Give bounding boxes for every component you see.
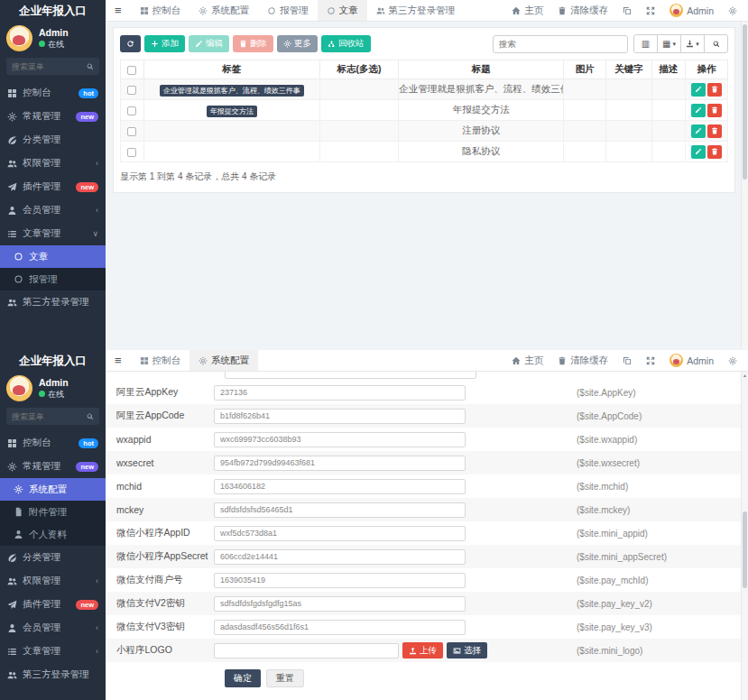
sidebar-search-input[interactable]	[12, 62, 86, 71]
form-row: 微信小程序AppSecret($site.mini_appSecret)	[106, 545, 748, 568]
sidebar-item[interactable]: 会员管理‹	[0, 616, 106, 640]
field-input[interactable]	[214, 502, 466, 518]
user-menu[interactable]: Admin	[662, 350, 721, 371]
cogs-button[interactable]	[721, 350, 744, 371]
delete-row-button[interactable]	[707, 124, 722, 138]
toggle-view-button[interactable]: ▥	[633, 34, 658, 53]
delete-row-button[interactable]	[707, 104, 722, 117]
sidebar-search-input[interactable]	[12, 412, 86, 421]
clear-cache-link[interactable]: 清除缓存	[550, 350, 615, 371]
nav-tab[interactable]: 系统配置	[189, 0, 258, 21]
export-button[interactable]: ▾	[680, 34, 705, 53]
choose-button[interactable]: 选择	[447, 642, 487, 659]
sidebar-item[interactable]: 常规管理new	[0, 455, 106, 478]
edit-row-button[interactable]	[691, 124, 706, 138]
cogs-button[interactable]	[721, 0, 744, 21]
select-all-checkbox[interactable]	[127, 66, 136, 75]
menu-toggle-icon[interactable]: ≡	[106, 0, 131, 21]
sidebar-item[interactable]: 权限管理‹	[0, 152, 106, 175]
sidebar-subitem[interactable]: 系统配置	[0, 478, 106, 501]
upload-button[interactable]: 上传	[402, 642, 443, 659]
nav-tab[interactable]: 第三方登录管理	[367, 0, 465, 21]
sidebar-item[interactable]: 文章管理‹	[0, 640, 106, 663]
sidebar-item[interactable]: 控制台hot	[0, 81, 106, 105]
scrollbar[interactable]: ▲	[741, 372, 748, 700]
nav-tab[interactable]: 控制台	[131, 350, 190, 371]
submit-button[interactable]: 确定	[225, 669, 261, 687]
sidebar-subitem-label: 系统配置	[29, 484, 67, 496]
delete-row-button[interactable]	[707, 83, 722, 97]
edit-row-button[interactable]	[691, 104, 706, 117]
field-input[interactable]	[214, 549, 466, 565]
sidebar-item-label: 控制台	[23, 437, 51, 449]
sidebar-subitem[interactable]: 附件管理	[0, 501, 106, 523]
row-checkbox[interactable]	[127, 148, 136, 157]
row-checkbox[interactable]	[127, 106, 136, 115]
nav-tab[interactable]: 报管理	[258, 0, 318, 21]
edit-row-button[interactable]	[691, 83, 706, 97]
clone-tab-button[interactable]	[615, 0, 639, 21]
sidebar-item[interactable]: 会员管理‹	[0, 198, 106, 222]
clear-cache-link[interactable]: 清除缓存	[550, 0, 615, 21]
field-input[interactable]	[214, 456, 466, 471]
nav-tab[interactable]: 文章	[318, 0, 367, 21]
row-checkbox[interactable]	[127, 86, 136, 95]
field-input[interactable]	[214, 596, 466, 612]
edit-button[interactable]: 编辑	[189, 35, 229, 52]
row-checkbox[interactable]	[127, 127, 136, 136]
delete-button[interactable]: 删除	[233, 35, 273, 52]
fullscreen-button[interactable]	[639, 350, 662, 371]
sidebar-subitem[interactable]: 报管理	[0, 268, 106, 290]
clone-tab-button[interactable]	[615, 350, 639, 371]
field-input[interactable]	[214, 526, 466, 541]
search-button[interactable]	[704, 34, 728, 53]
delete-row-button[interactable]	[707, 145, 722, 159]
mini-logo-input[interactable]	[214, 643, 399, 659]
field-input[interactable]	[214, 432, 466, 447]
sidebar-item[interactable]: 插件管理new	[0, 175, 106, 198]
sidebar-item[interactable]: 分类管理	[0, 128, 106, 152]
nav-tab[interactable]: 控制台	[131, 0, 190, 21]
columns-button[interactable]: ▦▾	[657, 34, 681, 53]
config-form-area: 阿里云AppKey($site.AppKey)阿里云AppCode($site.…	[106, 372, 748, 700]
field-input[interactable]	[214, 385, 466, 401]
sidebar-item[interactable]: 常规管理new	[0, 105, 106, 128]
sidebar-subitem[interactable]: 个人资料	[0, 523, 106, 546]
more-button[interactable]: 更多	[277, 35, 318, 52]
scroll-up-arrow-icon[interactable]: ▲	[742, 372, 748, 379]
nav-tab[interactable]: 系统配置	[189, 350, 258, 371]
table-search-input[interactable]	[493, 35, 628, 53]
home-link[interactable]: 主页	[504, 0, 550, 21]
sidebar-item[interactable]: 第三方登录管理	[0, 290, 106, 314]
scrollbar-thumb[interactable]	[743, 24, 747, 180]
home-link[interactable]: 主页	[504, 350, 550, 371]
field-input[interactable]	[214, 620, 466, 635]
sidebar-subitem[interactable]: 文章	[0, 245, 106, 268]
sidebar-item[interactable]: 第三方登录管理	[0, 663, 106, 686]
edit-row-button[interactable]	[691, 145, 706, 159]
sidebar-item-label: 文章管理	[23, 645, 60, 658]
scrollbar[interactable]	[741, 22, 748, 350]
field-input[interactable]	[214, 409, 466, 424]
caret-down-icon: ▾	[696, 41, 699, 48]
plane-icon	[7, 182, 17, 192]
plane-icon	[7, 600, 17, 610]
refresh-button[interactable]	[120, 35, 141, 52]
fullscreen-button[interactable]	[639, 0, 662, 21]
avatar[interactable]	[6, 25, 32, 51]
sidebar-item[interactable]: 控制台hot	[0, 431, 106, 455]
menu-toggle-icon[interactable]: ≡	[106, 350, 131, 371]
reset-button[interactable]: 重置	[266, 669, 304, 687]
sidebar-item[interactable]: 权限管理‹	[0, 569, 106, 593]
field-input[interactable]	[214, 479, 466, 494]
field-input[interactable]	[214, 573, 466, 588]
sidebar-item[interactable]: 分类管理	[0, 546, 106, 569]
sidebar-item[interactable]: 插件管理new	[0, 593, 106, 616]
add-button[interactable]: 添加	[144, 35, 185, 52]
sidebar-item[interactable]: 文章管理∨	[0, 222, 106, 245]
scrollbar-thumb[interactable]	[743, 511, 747, 588]
clipped-input[interactable]	[225, 372, 476, 379]
recycle-bin-button[interactable]: 回收站	[321, 35, 371, 52]
user-menu[interactable]: Admin	[662, 0, 721, 21]
avatar[interactable]	[6, 375, 32, 401]
